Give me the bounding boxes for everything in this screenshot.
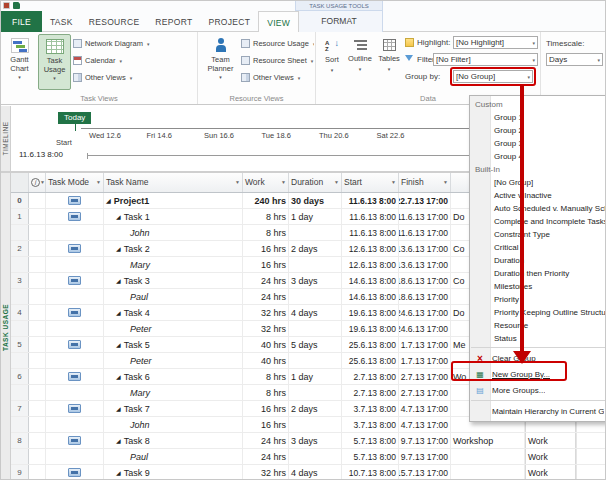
- column-header-task-name[interactable]: Task Name▼: [104, 173, 243, 192]
- name-cell: ◢Task 4: [104, 305, 243, 320]
- task-name-text: Task 2: [124, 244, 150, 254]
- menu-item[interactable]: Duration: [470, 254, 606, 267]
- menu-item[interactable]: Group 2: [470, 124, 606, 137]
- task-name-text: Mary: [130, 388, 150, 398]
- menu-item[interactable]: Critical: [470, 241, 606, 254]
- menu-item[interactable]: Group 3: [470, 137, 606, 150]
- team-planner-button[interactable]: Team Planner ▾: [203, 34, 238, 90]
- task-name-text: Task 1: [124, 212, 150, 222]
- num-cell[interactable]: 4: [11, 305, 29, 320]
- tab-file[interactable]: FILE: [1, 11, 42, 32]
- table-row[interactable]: 9◢Task 932 hrs4 days10.7.13 8:0015.7.13 …: [11, 465, 606, 480]
- menu-item[interactable]: Duration then Priority: [470, 267, 606, 280]
- select-all-corner[interactable]: [11, 173, 29, 192]
- chevron-down-icon: ▾: [388, 66, 391, 72]
- expand-triangle-icon[interactable]: ◢: [116, 277, 121, 284]
- start-cell: 12.6.13 8:00: [342, 257, 399, 272]
- start-cell: 12.6.13 8:00: [342, 241, 399, 256]
- menu-item[interactable]: Priority Keeping Outline Structure: [470, 306, 606, 319]
- work-cell: 32 hrs: [243, 321, 289, 336]
- save-icon[interactable]: [13, 2, 20, 9]
- tab-resource[interactable]: RESOURCE: [81, 11, 148, 32]
- name-cell: Mary: [104, 385, 243, 400]
- num-cell[interactable]: [11, 321, 29, 336]
- expand-triangle-icon[interactable]: ◢: [116, 373, 121, 380]
- table-row[interactable]: Paul24 hrs5.7.13 8:009.7.13 17:00Work: [11, 449, 606, 465]
- calendar-button[interactable]: Calendar ▾: [73, 53, 195, 68]
- expand-triangle-icon[interactable]: ◢: [116, 213, 121, 220]
- menu-item[interactable]: [No Group]: [470, 176, 606, 189]
- num-cell[interactable]: [11, 417, 29, 432]
- column-header-start[interactable]: Start▼: [342, 173, 399, 192]
- menu-command[interactable]: More Groups...: [470, 382, 606, 398]
- other-views-button[interactable]: Other Views ▾: [73, 70, 195, 85]
- menu-item[interactable]: Priority: [470, 293, 606, 306]
- num-cell[interactable]: 7: [11, 401, 29, 416]
- resource-sheet-button[interactable]: Resource Sheet ▾: [241, 53, 314, 68]
- chevron-down-icon: ▾: [219, 73, 222, 82]
- sort-button[interactable]: AZ Sort ▾: [318, 34, 346, 90]
- expand-triangle-icon[interactable]: ◢: [116, 437, 121, 444]
- num-cell[interactable]: 9: [11, 465, 29, 480]
- annotation-box-group-combo: [450, 67, 536, 86]
- num-cell[interactable]: [11, 289, 29, 304]
- timeline-view-strip[interactable]: TIMELINE: [1, 106, 11, 171]
- other-views-resource-button[interactable]: Other Views ▾: [241, 70, 314, 85]
- task-usage-view-strip[interactable]: TASK USAGE: [1, 173, 11, 480]
- menu-item[interactable]: Constraint Type: [470, 228, 606, 241]
- menu-item[interactable]: Auto Scheduled v. Manually Schedule: [470, 202, 606, 215]
- column-header-finish[interactable]: Finish▼: [399, 173, 451, 192]
- highlight-combobox[interactable]: [No Highlight] ▾: [453, 36, 538, 49]
- info-cell: [29, 257, 46, 272]
- info-cell: [29, 273, 46, 288]
- menu-item[interactable]: Group 1: [470, 111, 606, 124]
- menu-item[interactable]: Active v Inactive: [470, 189, 606, 202]
- num-cell[interactable]: 8: [11, 433, 29, 448]
- column-header-info[interactable]: i▼: [29, 173, 46, 192]
- num-cell[interactable]: 1: [11, 209, 29, 224]
- task-usage-button[interactable]: Task Usage ▾: [38, 34, 71, 90]
- menu-command[interactable]: Maintain Hierarchy in Current G: [470, 403, 606, 419]
- num-cell[interactable]: 2: [11, 241, 29, 256]
- tab-task[interactable]: TASK: [42, 11, 81, 32]
- menu-item[interactable]: Group 4: [470, 150, 606, 163]
- column-header-task-mode[interactable]: Task Mode▼: [46, 173, 104, 192]
- tables-button[interactable]: Tables ▾: [375, 34, 403, 90]
- resource-usage-button[interactable]: Resource Usage ▾: [241, 36, 314, 51]
- column-header-duration[interactable]: Duration▼: [289, 173, 342, 192]
- resource-sheet-label: Resource Sheet: [253, 56, 307, 65]
- menu-item[interactable]: Milestones: [470, 280, 606, 293]
- expand-triangle-icon[interactable]: ◢: [116, 469, 121, 476]
- column-header-work[interactable]: Work▼: [243, 173, 289, 192]
- mode-cell: [46, 401, 104, 416]
- timescale-combobox[interactable]: Days ▾: [546, 53, 603, 66]
- expand-triangle-icon[interactable]: ◢: [116, 309, 121, 316]
- num-cell[interactable]: [11, 353, 29, 368]
- num-cell[interactable]: [11, 449, 29, 464]
- gantt-chart-button[interactable]: Gantt Chart ▾: [3, 34, 36, 90]
- num-cell[interactable]: 6: [11, 369, 29, 384]
- outline-button[interactable]: Outline ▾: [346, 34, 374, 90]
- menu-item[interactable]: Complete and Incomplete Tasks: [470, 215, 606, 228]
- filter-combobox[interactable]: [No Filter] ▾: [433, 53, 538, 66]
- expand-triangle-icon[interactable]: ◢: [116, 245, 121, 252]
- menu-item[interactable]: Resource: [470, 319, 606, 332]
- num-cell[interactable]: [11, 385, 29, 400]
- num-cell[interactable]: 3: [11, 273, 29, 288]
- table-row[interactable]: 8◢Task 824 hrs3 days5.7.13 8:009.7.13 17…: [11, 433, 606, 449]
- chevron-down-icon: ▾: [331, 67, 334, 73]
- expand-triangle-icon[interactable]: ◢: [116, 405, 121, 412]
- expand-triangle-icon[interactable]: ◢: [116, 341, 121, 348]
- tab-report[interactable]: REPORT: [147, 11, 200, 32]
- num-cell[interactable]: [11, 257, 29, 272]
- tab-view[interactable]: VIEW: [258, 11, 299, 33]
- expand-triangle-icon[interactable]: ◢: [106, 197, 111, 204]
- num-cell[interactable]: 5: [11, 337, 29, 352]
- menu-item[interactable]: Status: [470, 332, 606, 345]
- num-cell[interactable]: 0: [11, 193, 29, 208]
- work-cell: 8 hrs: [243, 385, 289, 400]
- num-cell[interactable]: [11, 225, 29, 240]
- name-cell: ◢Task 3: [104, 273, 243, 288]
- network-diagram-button[interactable]: Network Diagram ▾: [73, 36, 195, 51]
- tab-project[interactable]: PROJECT: [200, 11, 258, 32]
